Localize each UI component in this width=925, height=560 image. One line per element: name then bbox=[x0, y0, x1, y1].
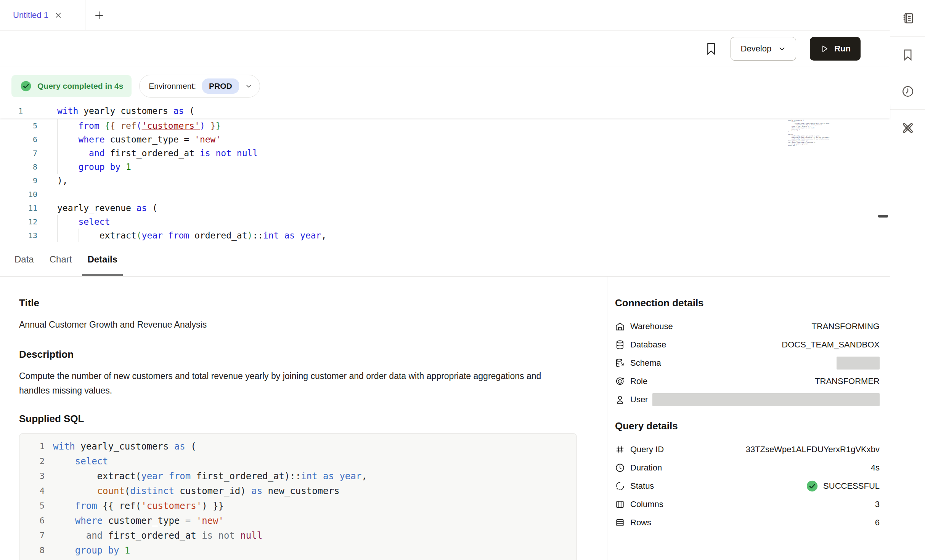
row-label: Rows bbox=[630, 518, 651, 528]
success-check-icon bbox=[20, 80, 32, 92]
code-line: 11yearly_revenue as ( bbox=[0, 201, 890, 215]
connection-row-database: Database DOCS_TEAM_SANDBOX bbox=[615, 336, 880, 354]
play-icon bbox=[820, 44, 829, 53]
supplied-sql-heading: Supplied SQL bbox=[19, 413, 577, 425]
row-value: 4s bbox=[871, 463, 880, 473]
schema-redacted-value bbox=[837, 357, 880, 370]
row-label: Role bbox=[630, 376, 647, 386]
toolbar: Develop Run bbox=[0, 30, 890, 67]
code-line: 2 select bbox=[19, 454, 577, 469]
tab-details[interactable]: Details bbox=[82, 242, 123, 276]
develop-dropdown-button[interactable]: Develop bbox=[731, 37, 797, 61]
row-value: DOCS_TEAM_SANDBOX bbox=[782, 340, 880, 350]
environment-value-chip: PROD bbox=[202, 78, 239, 94]
details-panel: Title Annual Customer Growth and Revenue… bbox=[0, 277, 890, 560]
status-row: Query completed in 4s Environment: PROD bbox=[11, 75, 890, 98]
row-label: Duration bbox=[630, 463, 662, 473]
line-number: 4 bbox=[19, 486, 45, 496]
code-line: 9), bbox=[0, 174, 890, 187]
code-line: 6 where customer_type = 'new' bbox=[0, 133, 890, 146]
editor-tab-bar: Untitled 1 bbox=[0, 0, 890, 30]
line-number: 6 bbox=[19, 516, 45, 525]
copilot-panel-button[interactable] bbox=[890, 110, 925, 146]
rows-icon bbox=[615, 518, 625, 528]
columns-icon bbox=[615, 499, 625, 509]
description-heading: Description bbox=[19, 349, 577, 360]
query-row-columns: Columns 3 bbox=[615, 495, 880, 514]
description-value: Compute the number of new customers and … bbox=[19, 369, 553, 398]
row-label: Database bbox=[630, 340, 666, 350]
indent-guide bbox=[79, 229, 79, 242]
code-line: 7 and first_ordered_at is not null bbox=[0, 146, 890, 160]
editor-scrollbar-thumb[interactable] bbox=[878, 215, 888, 218]
connection-details-heading: Connection details bbox=[615, 297, 880, 309]
develop-label: Develop bbox=[741, 44, 772, 54]
line-number: 2 bbox=[19, 456, 45, 466]
success-check-icon bbox=[806, 480, 819, 493]
history-panel-button[interactable] bbox=[890, 73, 925, 110]
schema-icon bbox=[615, 358, 625, 368]
query-row-rows: Rows 6 bbox=[615, 514, 880, 532]
environment-selector[interactable]: Environment: PROD bbox=[139, 75, 260, 98]
query-details-section: Query details Query ID 33TZseWpe1ALFDUYe… bbox=[615, 420, 880, 532]
environment-label: Environment: bbox=[149, 82, 196, 91]
query-row-status: Status SUCCESSFUL bbox=[615, 477, 880, 495]
row-value: 3 bbox=[875, 499, 880, 509]
hash-icon bbox=[615, 445, 625, 454]
right-icon-rail bbox=[890, 0, 925, 560]
connection-row-user: User bbox=[615, 390, 880, 409]
query-status-badge: Query completed in 4s bbox=[11, 75, 132, 97]
tab-untitled-1[interactable]: Untitled 1 bbox=[0, 0, 85, 30]
row-label: Query ID bbox=[630, 445, 664, 454]
sql-editor[interactable]: 1with yearly_customers as ( 5 from {{ re… bbox=[0, 104, 890, 242]
chevron-down-icon bbox=[778, 45, 786, 53]
tab-chart[interactable]: Chart bbox=[44, 242, 77, 276]
query-details-heading: Query details bbox=[615, 420, 880, 432]
plus-icon bbox=[94, 10, 104, 20]
code-line: 1with yearly_customers as ( bbox=[19, 439, 577, 454]
row-label: Schema bbox=[630, 358, 661, 368]
connection-row-schema: Schema bbox=[615, 354, 880, 372]
tab-title: Untitled 1 bbox=[13, 10, 48, 20]
copilot-icon bbox=[901, 121, 915, 135]
row-label: Warehouse bbox=[630, 322, 673, 331]
query-status-text: Query completed in 4s bbox=[37, 82, 123, 91]
clock-icon bbox=[615, 463, 625, 473]
editor-lines[interactable]: 5 from {{ ref('customers') }}6 where cus… bbox=[0, 118, 890, 242]
row-label: User bbox=[630, 395, 648, 405]
new-tab-button[interactable] bbox=[85, 0, 113, 30]
run-label: Run bbox=[834, 44, 851, 54]
code-line: 5 from {{ ref('customers') }} bbox=[0, 119, 890, 133]
connection-row-role: Role TRANSFORMER bbox=[615, 372, 880, 390]
line-number: 8 bbox=[0, 162, 37, 171]
line-number: 10 bbox=[0, 190, 37, 199]
title-value: Annual Customer Growth and Revenue Analy… bbox=[19, 317, 553, 332]
line-number: 5 bbox=[19, 501, 45, 510]
code-line: 5 from {{ ref('customers') }} bbox=[19, 498, 577, 513]
database-icon bbox=[615, 340, 625, 350]
close-tab-icon[interactable] bbox=[55, 11, 62, 19]
run-button[interactable]: Run bbox=[810, 37, 861, 61]
tab-data[interactable]: Data bbox=[9, 242, 39, 276]
code-line: 8 group by 1 bbox=[19, 543, 577, 558]
query-row-duration: Duration 4s bbox=[615, 459, 880, 477]
notebook-panel-button[interactable] bbox=[890, 0, 925, 37]
line-number: 5 bbox=[0, 121, 37, 130]
row-label: Columns bbox=[630, 499, 663, 509]
history-icon bbox=[901, 85, 915, 98]
bookmark-icon bbox=[705, 42, 717, 55]
bookmarks-panel-button[interactable] bbox=[890, 37, 925, 73]
code-line: 3 extract(year from first_ordered_at)::i… bbox=[19, 469, 577, 483]
code-line: 10 bbox=[0, 187, 890, 201]
bookmark-button[interactable] bbox=[705, 42, 717, 55]
code-line: 9), bbox=[19, 558, 577, 560]
line-number: 7 bbox=[0, 149, 37, 158]
line-number: 3 bbox=[19, 471, 45, 481]
connection-row-warehouse: Warehouse TRANSFORMING bbox=[615, 317, 880, 336]
status-value: SUCCESSFUL bbox=[806, 480, 880, 493]
row-value: TRANSFORMING bbox=[812, 322, 880, 331]
details-left-column: Title Annual Customer Growth and Revenue… bbox=[0, 277, 607, 560]
line-number: 6 bbox=[0, 135, 37, 144]
row-value: SUCCESSFUL bbox=[823, 481, 880, 491]
editor-sticky-line: 1with yearly_customers as ( bbox=[0, 104, 890, 118]
